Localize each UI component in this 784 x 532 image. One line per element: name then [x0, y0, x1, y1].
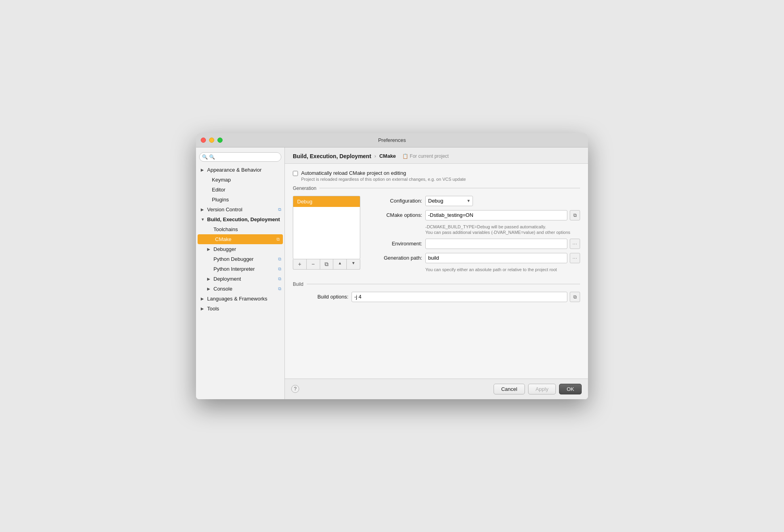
project-badge: 📋 For current project	[402, 153, 449, 159]
auto-reload-checkbox[interactable]	[293, 171, 298, 176]
generation-divider: Generation	[293, 186, 580, 191]
project-badge-icon: ⧉	[278, 207, 281, 212]
build-options-input[interactable]	[352, 292, 567, 302]
sidebar-item-label: CMake	[215, 236, 231, 242]
environment-row: Environment: ···	[367, 239, 580, 249]
sidebar-item-tools[interactable]: ▶ Tools	[196, 304, 284, 314]
config-list-item-debug[interactable]: Debug	[293, 196, 360, 207]
config-list: Debug + − ⧉ ▲ ▼	[293, 196, 360, 275]
arrow-icon: ▶	[201, 297, 206, 301]
project-icon: 📋	[402, 153, 408, 159]
configuration-select-wrapper: Debug ▼	[425, 196, 473, 206]
sidebar-item-toolchains[interactable]: Toolchains	[196, 224, 284, 234]
breadcrumb-path: Build, Execution, Deployment	[293, 153, 371, 159]
titlebar: Preferences	[196, 133, 588, 147]
arrow-icon: ▶	[201, 207, 206, 212]
generation-path-field: ···	[425, 253, 580, 263]
sidebar-item-label: Keymap	[212, 177, 231, 183]
cmake-hint1: -DCMAKE_BUILD_TYPE=Debug will be passed …	[367, 224, 580, 229]
sidebar-item-cmake[interactable]: CMake ⧉	[198, 234, 283, 244]
generation-path-hint: You can specify either an absolute path …	[367, 267, 580, 272]
generation-path-input[interactable]	[425, 253, 567, 263]
breadcrumb-current: CMake	[379, 153, 396, 159]
generation-label: Generation	[293, 186, 316, 191]
cmake-options-copy-button[interactable]: ⧉	[570, 210, 580, 220]
build-options-field: ⧉	[352, 292, 580, 302]
generation-path-browse-button[interactable]: ···	[570, 253, 580, 263]
configuration-field: Debug ▼	[425, 196, 580, 206]
build-divider: Build	[293, 281, 580, 287]
search-icon: 🔍	[202, 154, 208, 160]
search-box[interactable]: 🔍	[199, 152, 281, 162]
sidebar-item-build[interactable]: ▼ Build, Execution, Deployment	[196, 214, 284, 224]
checkbox-sublabel: Project is reloaded regardless of this o…	[301, 177, 466, 182]
sidebar-item-debugger[interactable]: ▶ Debugger	[196, 244, 284, 254]
environment-browse-button[interactable]: ···	[570, 239, 580, 249]
apply-button[interactable]: Apply	[528, 384, 556, 394]
down-config-button[interactable]: ▼	[347, 259, 360, 269]
sidebar-item-python-debugger[interactable]: Python Debugger ⧉	[196, 254, 284, 264]
build-options-copy-button[interactable]: ⧉	[570, 292, 580, 302]
sidebar-item-label: Appearance & Behavior	[207, 167, 261, 173]
sidebar-item-label: Version Control	[207, 207, 242, 212]
main-body: Automatically reload CMake project on ed…	[285, 164, 588, 379]
help-button[interactable]: ?	[291, 385, 299, 393]
add-config-button[interactable]: +	[293, 259, 307, 269]
remove-config-button[interactable]: −	[307, 259, 320, 269]
search-input[interactable]	[199, 152, 281, 162]
sidebar-item-deployment[interactable]: ▶ Deployment ⧉	[196, 274, 284, 284]
minimize-button[interactable]	[209, 138, 214, 143]
sidebar-item-label: Languages & Frameworks	[207, 296, 267, 302]
cmake-options-field: ⧉	[425, 210, 580, 220]
sidebar-item-plugins[interactable]: Plugins	[196, 195, 284, 205]
sidebar-item-label: Toolchains	[213, 226, 238, 232]
traffic-lights	[201, 138, 223, 143]
breadcrumb-separator: ›	[375, 153, 376, 159]
arrow-icon: ▶	[207, 287, 212, 291]
generation-path-label: Generation path:	[367, 255, 422, 261]
config-list-inner: Debug	[293, 196, 360, 259]
arrow-icon: ▶	[207, 247, 212, 251]
ok-button[interactable]: OK	[559, 384, 582, 394]
environment-label: Environment:	[367, 241, 422, 247]
build-options-row: Build options: ⧉	[293, 292, 580, 302]
footer-right: Cancel Apply OK	[494, 384, 582, 394]
generation-path-row: Generation path: ···	[367, 253, 580, 263]
checkbox-row: Automatically reload CMake project on ed…	[293, 170, 580, 182]
sidebar-item-python-interpreter[interactable]: Python Interpreter ⧉	[196, 264, 284, 274]
configuration-row: Configuration: Debug ▼	[367, 196, 580, 206]
project-badge-icon: ⧉	[277, 237, 280, 242]
sidebar-item-keymap[interactable]: Keymap	[196, 175, 284, 185]
build-section: Build Build options: ⧉	[293, 281, 580, 302]
sidebar-item-version-control[interactable]: ▶ Version Control ⧉	[196, 205, 284, 214]
project-badge-icon: ⧉	[278, 256, 281, 262]
sidebar-item-editor[interactable]: Editor	[196, 185, 284, 195]
divider-line	[307, 284, 580, 284]
sidebar-item-console[interactable]: ▶ Console ⧉	[196, 284, 284, 294]
configuration-select[interactable]: Debug	[425, 196, 473, 206]
close-button[interactable]	[201, 138, 206, 143]
main-content: Build, Execution, Deployment › CMake 📋 F…	[285, 147, 588, 399]
window-title: Preferences	[378, 137, 406, 143]
cancel-button[interactable]: Cancel	[494, 384, 525, 394]
sidebar-item-label: Tools	[207, 306, 219, 312]
arrow-icon: ▶	[201, 168, 206, 172]
project-label: For current project	[410, 153, 449, 159]
sidebar-item-appearance[interactable]: ▶ Appearance & Behavior	[196, 165, 284, 175]
copy-config-button[interactable]: ⧉	[320, 259, 334, 269]
maximize-button[interactable]	[217, 138, 223, 143]
environment-input[interactable]	[425, 239, 567, 249]
configuration-label: Configuration:	[367, 198, 422, 204]
main-header: Build, Execution, Deployment › CMake 📋 F…	[285, 147, 588, 164]
arrow-icon: ▼	[201, 217, 206, 222]
up-config-button[interactable]: ▲	[333, 259, 347, 269]
sidebar-item-label: Console	[213, 286, 233, 292]
sidebar-item-languages[interactable]: ▶ Languages & Frameworks	[196, 294, 284, 304]
sidebar-item-label: Python Debugger	[213, 256, 254, 262]
build-label: Build	[293, 281, 304, 287]
arrow-icon: ▶	[201, 306, 206, 311]
footer-left: ?	[291, 385, 299, 393]
cmake-options-input[interactable]	[425, 210, 567, 220]
project-badge-icon: ⧉	[278, 286, 281, 291]
sidebar-item-label: Plugins	[212, 197, 229, 203]
